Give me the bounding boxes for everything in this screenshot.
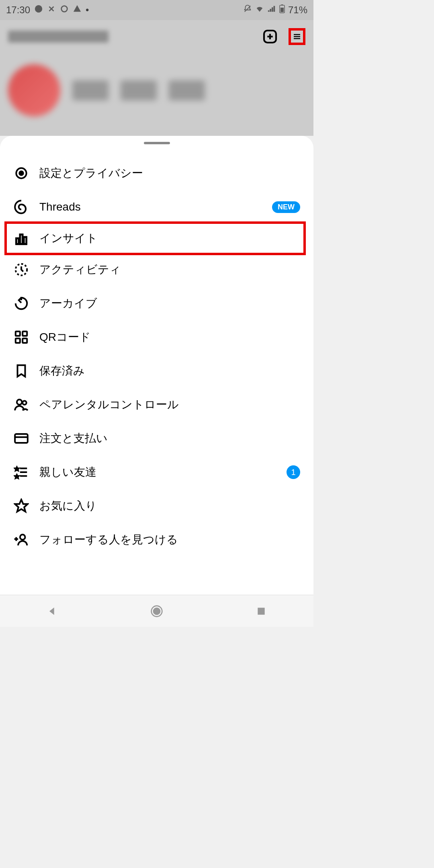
- svg-rect-38: [258, 608, 264, 614]
- menu-label: 親しい友達: [39, 465, 276, 480]
- menu-label: QRコード: [39, 330, 300, 345]
- nav-home-button[interactable]: [149, 603, 165, 619]
- hamburger-menu-button[interactable]: [289, 28, 305, 45]
- svg-rect-21: [16, 338, 20, 343]
- menu-label: 注文と支払い: [39, 431, 300, 446]
- svg-marker-31: [15, 475, 19, 478]
- menu-item-favorites[interactable]: お気に入り: [10, 489, 303, 523]
- profile-header: [0, 24, 313, 49]
- menu-item-archive[interactable]: アーカイブ: [10, 287, 303, 320]
- nav-recent-button[interactable]: [253, 603, 269, 619]
- profile-stats-blurred: [0, 64, 313, 117]
- qr-icon: [13, 329, 29, 345]
- svg-point-13: [19, 171, 23, 175]
- menu-item-payment[interactable]: 注文と支払い: [10, 422, 303, 455]
- add-person-icon: [13, 532, 29, 548]
- svg-marker-30: [15, 467, 19, 471]
- star-icon: [13, 498, 29, 514]
- insights-icon: [13, 230, 29, 246]
- profile-avatar: [8, 64, 60, 117]
- menu-list: 設定とプライバシー Threads NEW インサイト アクティビティ: [0, 156, 313, 557]
- menu-bottom-sheet: 設定とプライバシー Threads NEW インサイト アクティビティ: [0, 136, 313, 595]
- menu-label: 設定とプライバシー: [39, 166, 300, 181]
- threads-icon: [13, 199, 29, 215]
- username-blurred: [8, 31, 108, 43]
- menu-label: アーカイブ: [39, 296, 300, 311]
- settings-icon: [13, 165, 29, 181]
- menu-label: フォローする人を見つける: [39, 532, 300, 547]
- svg-rect-25: [15, 434, 28, 443]
- menu-label: Threads: [39, 201, 262, 213]
- menu-label: お気に入り: [39, 498, 300, 514]
- menu-item-close-friends[interactable]: 親しい友達 1: [10, 455, 303, 489]
- menu-item-saved[interactable]: 保存済み: [10, 354, 303, 388]
- menu-item-qr[interactable]: QRコード: [10, 320, 303, 354]
- svg-point-24: [23, 401, 27, 405]
- nav-back-button[interactable]: [44, 603, 60, 619]
- drag-handle[interactable]: [144, 142, 170, 144]
- svg-rect-19: [16, 332, 20, 336]
- menu-item-threads[interactable]: Threads NEW: [10, 190, 303, 224]
- system-nav-bar: [0, 595, 313, 627]
- menu-item-insights[interactable]: インサイト: [4, 221, 306, 255]
- card-icon: [13, 430, 29, 446]
- menu-label: インサイト: [39, 231, 300, 246]
- svg-point-37: [154, 608, 160, 614]
- menu-item-discover[interactable]: フォローする人を見つける: [10, 523, 303, 557]
- svg-rect-20: [23, 332, 27, 336]
- count-badge: 1: [287, 465, 300, 479]
- archive-icon: [13, 295, 29, 311]
- activity-icon: [13, 262, 29, 278]
- bookmark-icon: [13, 363, 29, 379]
- svg-rect-16: [20, 235, 23, 244]
- star-list-icon: [13, 464, 29, 480]
- create-button[interactable]: [262, 28, 278, 45]
- menu-item-activity[interactable]: アクティビティ: [10, 253, 303, 287]
- svg-rect-15: [16, 238, 18, 244]
- svg-rect-22: [23, 338, 27, 343]
- svg-rect-17: [24, 237, 26, 244]
- new-badge: NEW: [272, 201, 300, 213]
- menu-item-settings[interactable]: 設定とプライバシー: [10, 156, 303, 190]
- svg-marker-32: [15, 500, 28, 512]
- menu-item-parental[interactable]: ペアレンタルコントロール: [10, 388, 303, 422]
- menu-label: アクティビティ: [39, 262, 300, 277]
- menu-label: 保存済み: [39, 363, 300, 379]
- svg-point-23: [17, 399, 22, 405]
- people-icon: [13, 397, 29, 413]
- menu-label: ペアレンタルコントロール: [39, 397, 300, 412]
- svg-point-33: [20, 534, 25, 540]
